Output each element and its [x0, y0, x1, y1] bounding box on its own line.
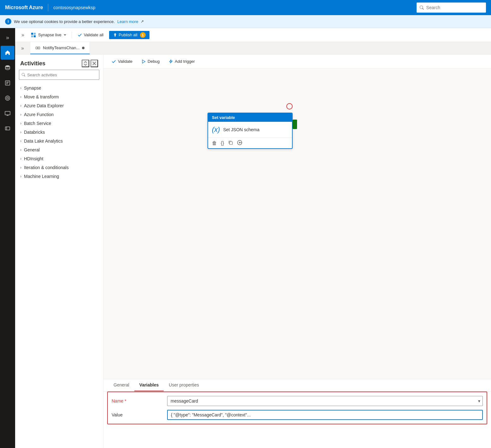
- chevron-right-icon: ›: [20, 121, 21, 126]
- sidebar-item-develop[interactable]: [1, 76, 15, 90]
- activity-group-item[interactable]: ›General: [15, 145, 103, 154]
- variables-form: Name * messageCard ▾ Value: [107, 392, 487, 424]
- tab-label: NotifiyTeamsChan...: [43, 45, 79, 50]
- close-icon: [92, 61, 97, 66]
- properties-tabs: GeneralVariablesUser properties: [103, 379, 491, 392]
- close-panel-btn[interactable]: [91, 60, 98, 67]
- debug-label: Debug: [148, 59, 160, 64]
- activity-group-item[interactable]: ›Synapse: [15, 84, 103, 92]
- validate-btn[interactable]: Validate: [108, 58, 136, 65]
- activity-group-item[interactable]: ›Machine Learning: [15, 172, 103, 181]
- svg-rect-14: [34, 35, 36, 37]
- copy-activity-btn[interactable]: [228, 140, 233, 146]
- chevron-right-icon: ›: [20, 112, 21, 117]
- name-label: Name *: [112, 398, 162, 404]
- sidebar-item-home[interactable]: [1, 46, 15, 60]
- chevron-down-icon: [63, 33, 67, 37]
- svg-point-0: [5, 65, 10, 67]
- set-variable-card[interactable]: Set variable (x) Set JSON schema 🗑 {}: [208, 113, 293, 149]
- search-activities-input[interactable]: [27, 73, 96, 77]
- tab-bar: » NotifiyTeamsChan...: [15, 42, 491, 55]
- name-select[interactable]: messageCard: [167, 396, 483, 406]
- learn-more-link[interactable]: Learn more: [117, 19, 138, 24]
- sidebar-item-manage[interactable]: [1, 121, 15, 135]
- brand-name: Microsoft Azure: [5, 5, 43, 10]
- name-field: Name * messageCard ▾: [112, 396, 483, 406]
- activities-title: Activities: [20, 60, 45, 67]
- svg-rect-19: [230, 142, 232, 144]
- activity-group-item[interactable]: ›Data Lake Analytics: [15, 137, 103, 145]
- activity-group-item[interactable]: ›Databricks: [15, 128, 103, 137]
- value-input[interactable]: [167, 410, 483, 420]
- body-split: Activities: [15, 55, 491, 448]
- prop-tab-variables[interactable]: Variables: [134, 379, 164, 391]
- debug-btn[interactable]: Debug: [138, 58, 163, 65]
- sidebar-item-integrate[interactable]: [1, 91, 15, 105]
- activity-group-item[interactable]: ›Azure Data Explorer: [15, 101, 103, 110]
- activities-search-box[interactable]: [19, 70, 99, 80]
- add-trigger-btn[interactable]: Add trigger: [165, 58, 198, 65]
- activity-groups: ›Synapse›Move & transform›Azure Data Exp…: [15, 84, 103, 181]
- name-input-wrapper: messageCard ▾: [167, 396, 483, 406]
- validate-icon: [78, 33, 82, 37]
- expand-sidebar-btn[interactable]: »: [20, 32, 26, 38]
- collapse-icon: [83, 61, 88, 66]
- prop-tab-general[interactable]: General: [108, 379, 134, 391]
- search-input[interactable]: [426, 5, 483, 10]
- activity-group-item[interactable]: ›Iteration & conditionals: [15, 163, 103, 172]
- workspace-name: contososynapsewksp: [53, 5, 95, 10]
- chevron-right-icon: ›: [20, 95, 21, 99]
- separator: [72, 32, 72, 38]
- sub-toolbar: Validate Debug Add trigger: [103, 55, 491, 68]
- success-connector: [293, 120, 297, 129]
- publish-badge: 1: [140, 32, 146, 38]
- topbar: Microsoft Azure contososynapsewksp: [0, 0, 491, 15]
- activity-group-item[interactable]: ›HDInsight: [15, 154, 103, 163]
- card-header: Set variable: [208, 113, 292, 122]
- edit-code-btn[interactable]: {}: [221, 140, 224, 146]
- prop-tab-user-properties[interactable]: User properties: [164, 379, 204, 391]
- synapse-live-btn[interactable]: Synapse live: [28, 31, 69, 39]
- svg-rect-16: [38, 47, 40, 49]
- search-icon: [420, 5, 424, 10]
- activity-group-item[interactable]: ›Batch Service: [15, 119, 103, 128]
- chevron-right-icon: ›: [20, 139, 21, 143]
- delete-activity-btn[interactable]: 🗑: [212, 140, 217, 146]
- card-footer: 🗑 {}: [208, 138, 292, 148]
- trigger-icon: [168, 59, 173, 64]
- activity-group-label: Data Lake Analytics: [24, 139, 63, 144]
- pipeline-tab[interactable]: NotifiyTeamsChan...: [30, 42, 90, 54]
- activity-group-item[interactable]: ›Azure Function: [15, 110, 103, 119]
- card-body: (x) Set JSON schema: [208, 122, 292, 138]
- collapse-sidebar-btn[interactable]: »: [1, 31, 15, 44]
- sidebar-item-data[interactable]: [1, 61, 15, 75]
- sidebar-item-monitor[interactable]: [1, 106, 15, 120]
- publish-icon: [113, 33, 117, 37]
- publish-all-label: Publish all: [119, 32, 137, 37]
- activity-group-label: Batch Service: [24, 121, 51, 126]
- expand-panel-btn[interactable]: »: [15, 42, 30, 54]
- cookie-banner: i We use optional cookies to provide a b…: [0, 15, 491, 28]
- validate-all-btn[interactable]: Validate all: [74, 31, 107, 38]
- canvas-area: Validate Debug Add trigger: [103, 55, 491, 448]
- value-label: Value: [112, 412, 162, 417]
- publish-all-btn[interactable]: Publish all 1: [109, 31, 149, 39]
- search-box[interactable]: [417, 3, 486, 13]
- svg-rect-11: [31, 32, 33, 34]
- properties-panel: GeneralVariablesUser properties Name * m…: [103, 379, 491, 448]
- canvas-main[interactable]: Set variable (x) Set JSON schema 🗑 {}: [103, 68, 491, 379]
- chevron-right-icon: ›: [20, 130, 21, 134]
- activities-panel: Activities: [15, 55, 103, 448]
- svg-marker-18: [143, 60, 145, 63]
- svg-rect-12: [34, 32, 36, 34]
- required-asterisk: *: [125, 398, 126, 404]
- activity-group-label: Machine Learning: [24, 174, 59, 179]
- add-activity-btn[interactable]: [237, 140, 243, 146]
- activity-group-label: Iteration & conditionals: [24, 165, 69, 170]
- sidebar-icons: »: [0, 28, 15, 448]
- activity-group-label: Move & transform: [24, 94, 59, 99]
- activity-group-item[interactable]: ›Move & transform: [15, 92, 103, 101]
- collapse-all-btn[interactable]: [82, 60, 89, 67]
- main-layout: » »: [0, 28, 491, 448]
- cookie-text: We use optional cookies to provide a bet…: [14, 19, 115, 24]
